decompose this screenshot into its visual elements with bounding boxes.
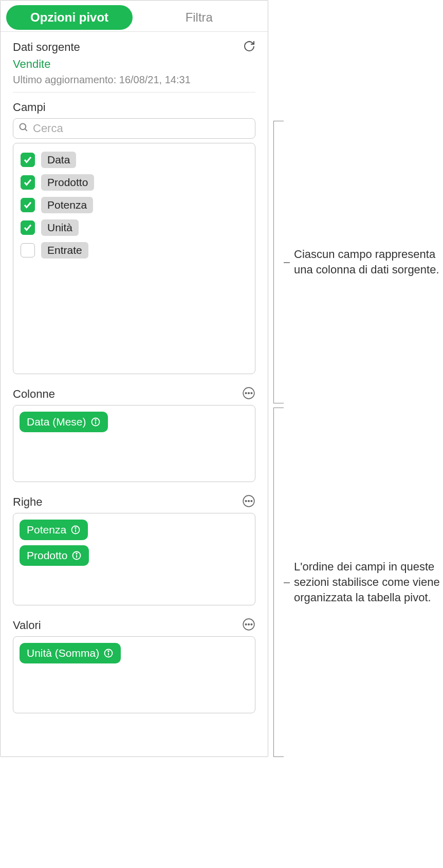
pill-label: Prodotto: [27, 549, 67, 562]
svg-point-11: [248, 501, 250, 502]
panel-tabs: Opzioni pivot Filtra: [1, 1, 268, 32]
svg-point-10: [246, 501, 247, 502]
values-title: Valori: [13, 619, 41, 632]
field-label[interactable]: Potenza: [41, 197, 93, 213]
svg-point-4: [248, 393, 250, 394]
field-checkbox[interactable]: [21, 220, 35, 235]
svg-point-21: [248, 624, 250, 625]
svg-point-20: [246, 624, 247, 625]
field-pill[interactable]: Prodotto: [20, 545, 89, 566]
field-label[interactable]: Unità: [41, 219, 79, 236]
fields-list: Data Prodotto Potenza Unità: [13, 143, 255, 374]
field-label[interactable]: Data: [41, 152, 76, 168]
svg-point-22: [251, 624, 253, 625]
field-item: Prodotto: [19, 171, 250, 194]
pill-label: Potenza: [27, 524, 66, 536]
field-item: Potenza: [19, 194, 250, 216]
pill-label: Data (Mese): [27, 416, 86, 428]
field-pill[interactable]: Potenza: [20, 520, 88, 540]
field-label[interactable]: Entrate: [41, 242, 88, 258]
values-dropzone[interactable]: Unità (Somma): [13, 636, 255, 713]
svg-point-3: [246, 393, 247, 394]
source-data-label: Dati sorgente: [13, 41, 80, 54]
field-pill[interactable]: Unità (Somma): [20, 643, 121, 663]
svg-point-8: [95, 419, 96, 420]
field-checkbox[interactable]: [21, 243, 35, 257]
columns-zone: Colonne Data (Mese): [1, 380, 268, 488]
more-icon[interactable]: [242, 494, 255, 510]
svg-point-25: [108, 651, 109, 652]
field-checkbox[interactable]: [21, 175, 35, 190]
rows-dropzone[interactable]: Potenza Prodotto: [13, 513, 255, 605]
tab-pivot-options[interactable]: Opzioni pivot: [6, 5, 133, 30]
search-icon: [19, 122, 33, 135]
more-icon[interactable]: [242, 386, 255, 402]
more-icon[interactable]: [242, 618, 255, 633]
field-item: Entrate: [19, 239, 250, 262]
svg-point-18: [77, 553, 78, 554]
info-icon[interactable]: [103, 648, 114, 658]
callout-bracket: [273, 408, 284, 757]
callout-annotations: Ciascun campo rappresenta una colonna di…: [268, 0, 443, 757]
info-icon[interactable]: [90, 417, 101, 427]
info-icon[interactable]: [70, 525, 81, 535]
callout-bracket: [273, 121, 284, 403]
info-icon[interactable]: [71, 550, 82, 561]
svg-point-12: [251, 501, 253, 502]
field-pill[interactable]: Data (Mese): [20, 412, 108, 432]
field-item: Unità: [19, 216, 250, 239]
source-data-section: Dati sorgente Vendite Ultimo aggiornamen…: [13, 32, 255, 93]
rows-zone: Righe Potenza Prodotto: [1, 488, 268, 612]
svg-point-5: [251, 393, 253, 394]
svg-point-15: [75, 527, 76, 528]
svg-point-0: [20, 124, 26, 130]
pivot-options-panel: Opzioni pivot Filtra Dati sorgente Vendi…: [0, 0, 268, 757]
field-checkbox[interactable]: [21, 153, 35, 167]
source-last-updated: Ultimo aggiornamento: 16/08/21, 14:31: [13, 74, 255, 86]
svg-line-1: [25, 129, 27, 131]
columns-dropzone[interactable]: Data (Mese): [13, 405, 255, 482]
columns-title: Colonne: [13, 387, 55, 401]
source-table-name[interactable]: Vendite: [13, 58, 255, 71]
fields-title: Campi: [13, 101, 255, 114]
field-item: Data: [19, 149, 250, 171]
search-input[interactable]: [33, 122, 250, 135]
fields-section: Campi Data Prodotto: [1, 93, 268, 380]
callout-text-fields: Ciascun campo rappresenta una colonna di…: [294, 247, 443, 277]
values-zone: Valori Unità (Somma): [1, 612, 268, 719]
rows-title: Righe: [13, 495, 42, 509]
pill-label: Unità (Somma): [27, 647, 99, 659]
fields-search-box[interactable]: [13, 118, 255, 139]
callout-text-zones: L'ordine dei campi in queste sezioni sta…: [294, 559, 443, 605]
field-checkbox[interactable]: [21, 198, 35, 212]
tab-filter[interactable]: Filtra: [136, 5, 262, 30]
field-label[interactable]: Prodotto: [41, 174, 94, 191]
refresh-icon[interactable]: [243, 40, 255, 54]
